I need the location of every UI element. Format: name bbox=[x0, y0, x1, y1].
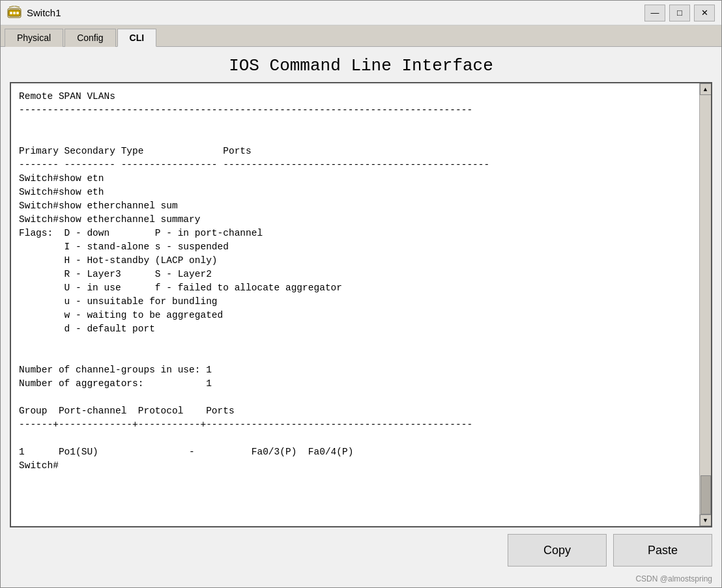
scrollbar: ▲ ▼ bbox=[699, 83, 711, 526]
tab-bar: Physical Config CLI bbox=[1, 25, 721, 47]
close-button[interactable]: ✕ bbox=[694, 5, 715, 21]
title-bar: Switch1 — □ ✕ bbox=[1, 1, 721, 25]
cli-output[interactable]: Remote SPAN VLANs ----------------------… bbox=[11, 83, 699, 526]
tab-physical[interactable]: Physical bbox=[5, 29, 63, 47]
svg-point-3 bbox=[16, 12, 19, 14]
cli-box: Remote SPAN VLANs ----------------------… bbox=[10, 82, 712, 527]
window-title: Switch1 bbox=[27, 7, 644, 18]
watermark: CSDN @almostspring bbox=[1, 573, 721, 587]
bottom-bar: Copy Paste bbox=[1, 527, 721, 573]
minimize-button[interactable]: — bbox=[644, 5, 665, 21]
main-window: Switch1 — □ ✕ Physical Config CLI IOS Co… bbox=[0, 0, 722, 588]
svg-point-2 bbox=[13, 12, 16, 14]
window-controls: — □ ✕ bbox=[644, 5, 715, 21]
svg-point-1 bbox=[10, 12, 12, 14]
scroll-down-button[interactable]: ▼ bbox=[700, 514, 712, 526]
paste-button[interactable]: Paste bbox=[613, 534, 712, 567]
cli-container: Remote SPAN VLANs ----------------------… bbox=[1, 82, 721, 527]
tab-cli[interactable]: CLI bbox=[117, 29, 157, 47]
page-title: IOS Command Line Interface bbox=[1, 47, 721, 82]
scroll-up-button[interactable]: ▲ bbox=[700, 83, 712, 95]
tab-config[interactable]: Config bbox=[65, 29, 115, 47]
scrollbar-thumb[interactable] bbox=[700, 475, 711, 514]
maximize-button[interactable]: □ bbox=[669, 5, 690, 21]
copy-button[interactable]: Copy bbox=[508, 534, 607, 567]
app-icon bbox=[7, 6, 22, 20]
